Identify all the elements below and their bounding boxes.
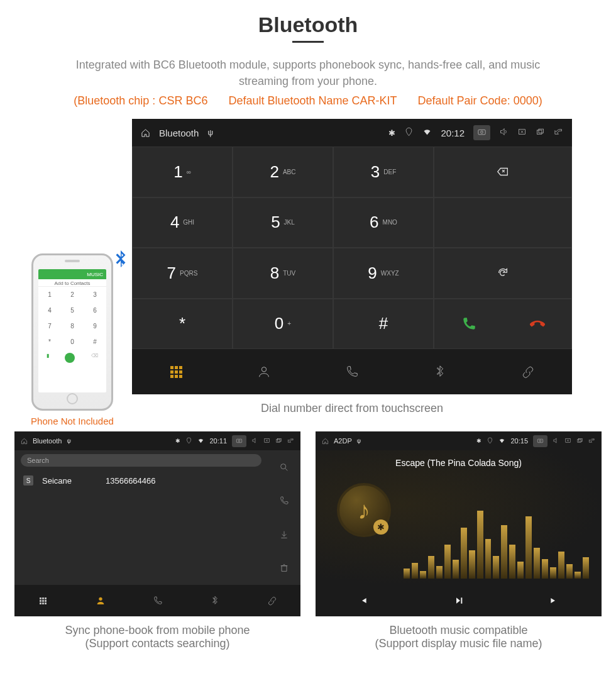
call-hangup-button[interactable] <box>503 316 571 332</box>
usb-icon: ψ <box>67 438 70 444</box>
close-app-icon[interactable] <box>263 437 270 445</box>
svg-rect-10 <box>278 438 282 441</box>
volume-icon[interactable] <box>251 437 258 445</box>
volume-icon[interactable] <box>499 127 509 138</box>
svg-rect-16 <box>578 439 581 442</box>
next-track-button[interactable] <box>506 596 602 606</box>
phone-mock-key: * <box>38 334 61 350</box>
home-icon[interactable] <box>21 438 28 445</box>
home-icon[interactable] <box>322 438 329 445</box>
usb-icon: ψ <box>357 438 361 444</box>
back-icon[interactable] <box>287 437 294 445</box>
tab-bluetooth[interactable] <box>186 585 243 616</box>
tab-dialpad[interactable] <box>132 349 220 394</box>
smartphone-mock: MUSIC Add to Contacts 123456789*0# ▮ ⌫ <box>31 253 113 411</box>
svg-point-12 <box>99 597 102 601</box>
back-icon[interactable] <box>588 437 595 445</box>
location-icon <box>487 437 493 445</box>
tab-bluetooth[interactable] <box>396 349 484 394</box>
prev-track-button[interactable] <box>316 596 411 606</box>
svg-point-11 <box>281 464 286 469</box>
camera-icon[interactable] <box>533 435 547 447</box>
tab-pair[interactable] <box>484 349 572 394</box>
phone-mock-add-contacts: Add to Contacts <box>38 279 106 287</box>
camera-icon[interactable] <box>473 125 490 140</box>
tab-pair[interactable] <box>243 585 300 616</box>
contact-badge: S <box>23 475 33 486</box>
phone-mock-key: # <box>84 334 106 350</box>
equalizer-visual <box>404 486 589 579</box>
close-app-icon[interactable] <box>517 127 527 138</box>
tab-contacts[interactable] <box>220 349 308 394</box>
call-answer-button[interactable] <box>434 316 503 332</box>
clock-text: 20:11 <box>209 437 227 445</box>
recent-apps-icon[interactable] <box>576 437 583 445</box>
location-icon <box>404 127 414 138</box>
music-note-icon: ♪ <box>358 496 370 525</box>
spec-chip: (Bluetooth chip : CSR BC6 <box>74 94 207 107</box>
location-icon <box>185 437 192 445</box>
phone-mock-key: 0 <box>61 334 84 350</box>
phone-mock-key: 5 <box>61 303 84 318</box>
back-icon[interactable] <box>554 127 563 138</box>
camera-icon[interactable] <box>232 435 246 447</box>
dialer-key-*[interactable]: * <box>132 299 233 350</box>
bluetooth-status-icon: ✱ <box>175 438 180 444</box>
spec-line: (Bluetooth chip : CSR BC6 Default Blueto… <box>19 94 597 108</box>
svg-rect-6 <box>236 439 241 443</box>
search-input[interactable]: Search <box>21 454 261 467</box>
phone-mock-key: 4 <box>38 303 61 318</box>
volume-icon[interactable] <box>553 437 559 445</box>
contact-row[interactable]: S Seicane 13566664466 <box>14 470 268 491</box>
blank-cell <box>434 197 572 248</box>
phone-mock-topbar: MUSIC <box>38 269 106 279</box>
backspace-button[interactable] <box>434 147 572 197</box>
phone-mock-key: 8 <box>61 318 84 334</box>
dialer-key-5[interactable]: 5JKL <box>233 197 333 248</box>
side-search-icon[interactable] <box>268 450 300 484</box>
dialer-key-6[interactable]: 6MNO <box>333 197 434 248</box>
svg-rect-3 <box>537 130 542 134</box>
contact-number: 13566664466 <box>106 476 156 486</box>
side-down-icon[interactable] <box>268 518 300 552</box>
dialer-key-8[interactable]: 8TUV <box>233 248 333 299</box>
page-title: Bluetooth <box>19 13 597 37</box>
statusbar-title: A2DP <box>334 437 352 445</box>
dialer-key-4[interactable]: 4GHI <box>132 197 233 248</box>
dialer-key-#[interactable]: # <box>333 299 434 350</box>
tab-call-log[interactable] <box>308 349 396 394</box>
dialer-key-7[interactable]: 7PQRS <box>132 248 233 299</box>
play-pause-button[interactable] <box>411 596 507 606</box>
dialer-key-3[interactable]: 3DEF <box>333 147 434 197</box>
home-icon[interactable] <box>141 128 150 138</box>
tab-dialpad[interactable] <box>14 585 72 616</box>
dialer-key-2[interactable]: 2ABC <box>233 147 333 197</box>
phone-mock-caption: Phone Not Included <box>19 416 126 426</box>
recent-apps-icon[interactable] <box>275 437 282 445</box>
close-app-icon[interactable] <box>564 437 571 445</box>
bluetooth-status-icon: ✱ <box>476 438 481 444</box>
phone-mock-key: 7 <box>38 318 61 334</box>
dialer-key-0[interactable]: 0+ <box>233 299 333 350</box>
bluetooth-badge-icon: ✱ <box>373 519 388 535</box>
call-row <box>434 299 572 350</box>
phone-mock-key: 1 <box>38 287 61 303</box>
tab-contacts[interactable] <box>72 585 129 616</box>
wifi-icon <box>422 127 432 138</box>
statusbar-title: Bluetooth <box>159 128 199 138</box>
phone-mock-key: 9 <box>84 318 106 334</box>
tab-call-log[interactable] <box>129 585 186 616</box>
side-call-icon[interactable] <box>268 484 300 518</box>
refresh-button[interactable] <box>434 248 572 299</box>
phone-mock-key: 2 <box>61 287 84 303</box>
music-screenshot: A2DP ψ ✱ 20:15 <box>316 431 602 616</box>
svg-rect-17 <box>579 438 583 441</box>
dialer-key-9[interactable]: 9WXYZ <box>333 248 434 299</box>
spec-pair: Default Pair Code: 0000) <box>418 94 542 107</box>
recent-apps-icon[interactable] <box>536 127 545 138</box>
dialer-screenshot: Bluetooth ψ ✱ 20:12 <box>132 119 572 394</box>
side-delete-icon[interactable] <box>268 552 300 586</box>
svg-rect-0 <box>478 130 485 135</box>
dialer-key-1[interactable]: 1∞ <box>132 147 233 197</box>
song-title: Escape (The Pina Colada Song) <box>395 458 522 468</box>
